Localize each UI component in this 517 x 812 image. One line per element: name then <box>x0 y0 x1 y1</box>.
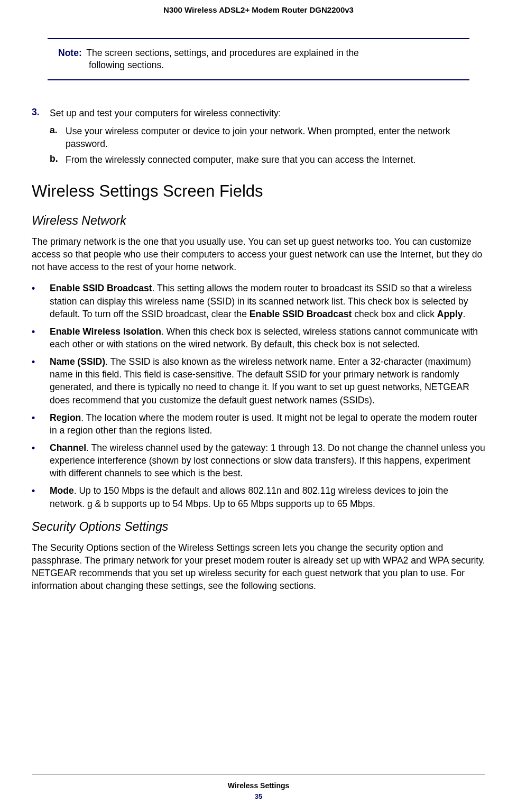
note-box: Note: The screen sections, settings, and… <box>48 38 469 80</box>
bullet-marker-icon: • <box>32 282 50 320</box>
footer-page-number: 35 <box>0 792 517 800</box>
sub-label-a: a. <box>50 125 66 150</box>
wireless-isolation-bold: Enable Wireless Isolation <box>50 326 161 337</box>
bullet-name-ssid: • Name (SSID). The SSID is also known as… <box>32 355 485 407</box>
page-header-title: N300 Wireless ADSL2+ Modem Router DGN220… <box>32 5 485 14</box>
ssid-broadcast-text3: . <box>463 309 465 319</box>
mode-text: . Up to 150 Mbps is the default and allo… <box>50 485 448 509</box>
region-bold: Region <box>50 412 81 423</box>
sub-text-b: From the wirelessly connected computer, … <box>66 153 416 166</box>
footer-rule <box>32 774 485 775</box>
channel-text: . The wireless channel used by the gatew… <box>50 442 485 478</box>
bullet-marker-icon: • <box>32 441 50 479</box>
heading-security-options: Security Options Settings <box>32 520 485 534</box>
ssid-broadcast-bold1: Enable SSID Broadcast <box>50 283 152 293</box>
footer-section-label: Wireless Settings <box>0 781 517 790</box>
bullet-marker-icon: • <box>32 355 50 407</box>
ssid-broadcast-bold3: Apply <box>437 309 463 319</box>
step-3a: a. Use your wireless computer or device … <box>50 125 485 150</box>
step-text: Set up and test your computers for wirel… <box>50 107 281 119</box>
security-options-text: The Security Options section of the Wire… <box>32 541 485 593</box>
note-text-line1: The screen sections, settings, and proce… <box>86 48 359 58</box>
ssid-broadcast-bold2: Enable SSID Broadcast <box>250 309 352 319</box>
heading-wireless-network: Wireless Network <box>32 214 485 228</box>
bullet-marker-icon: • <box>32 325 50 350</box>
bullet-mode: • Mode. Up to 150 Mbps is the default an… <box>32 484 485 510</box>
channel-bold: Channel <box>50 442 86 453</box>
step-3b: b. From the wirelessly connected compute… <box>50 153 485 166</box>
name-ssid-text: . The SSID is also known as the wireless… <box>50 356 471 405</box>
sub-label-b: b. <box>50 153 66 166</box>
name-ssid-bold: Name (SSID) <box>50 356 105 367</box>
bullet-enable-ssid-broadcast: • Enable SSID Broadcast. This setting al… <box>32 282 485 320</box>
bullet-channel: • Channel. The wireless channel used by … <box>32 441 485 479</box>
wireless-network-intro: The primary network is the one that you … <box>32 235 485 273</box>
region-text: . The location where the modem router is… <box>50 412 477 436</box>
bullet-marker-icon: • <box>32 411 50 437</box>
step-3: 3. Set up and test your computers for wi… <box>32 107 485 119</box>
bullet-marker-icon: • <box>32 484 50 510</box>
ssid-broadcast-text2: check box and click <box>352 309 437 319</box>
note-label: Note: <box>58 48 84 58</box>
bullet-wireless-isolation: • Enable Wireless Isolation. When this c… <box>32 325 485 350</box>
note-text-line2: following sections. <box>58 60 459 71</box>
heading-wireless-settings-fields: Wireless Settings Screen Fields <box>32 182 485 201</box>
sub-text-a: Use your wireless computer or device to … <box>66 125 485 150</box>
step-number: 3. <box>32 107 50 119</box>
mode-bold: Mode <box>50 485 74 496</box>
bullet-region: • Region. The location where the modem r… <box>32 411 485 437</box>
